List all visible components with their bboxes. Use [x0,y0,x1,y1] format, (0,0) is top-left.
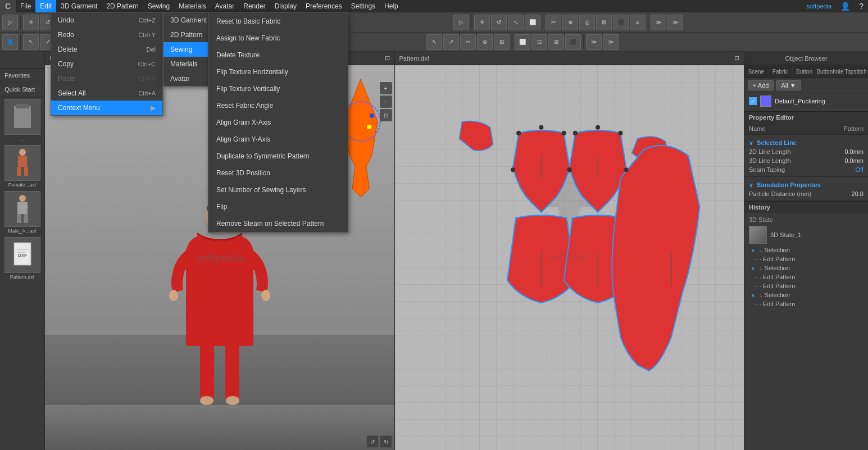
tool-r9[interactable]: ⊞ [596,15,612,30]
tool2-r1[interactable]: ↖ [426,34,442,50]
sewing-duplicate-sym[interactable]: Duplicate to Symmetric Pattern [208,148,348,165]
menu-context-menu[interactable]: Context Menu ▶ [51,101,162,115]
menu-display[interactable]: Display [270,0,301,12]
menu-help[interactable]: Help [380,0,403,12]
vp-bottom-controls: ↺ ↻ [366,435,392,448]
tool2-2[interactable]: ↖ [23,34,39,50]
tool2-r9[interactable]: ⬛ [565,34,581,50]
tool2-1[interactable]: 👤 [2,34,18,50]
tool-r10[interactable]: ⬛ [613,15,629,30]
copy-shortcut: Ctrl+C [138,61,156,67]
thumb-garment[interactable] [4,99,40,135]
menu-paste[interactable]: Paste Ctrl+V [51,71,162,86]
menu-sewing[interactable]: Sewing [143,0,174,12]
menu-render[interactable]: Render [239,0,270,12]
tab-buttonhole[interactable]: Buttonhole [816,65,844,78]
history-group-4[interactable]: ∙ ∙ Edit Pattern [749,272,864,281]
sewing-assign-new-fabric[interactable]: Assign to New Fabric [208,30,348,47]
vc-fit[interactable]: ⊡ [380,109,392,121]
thumb-male-avatar[interactable] [4,191,40,227]
history-fold-3: ∨ [751,292,755,298]
tab-scene[interactable]: Scene [744,65,769,78]
sidebar-item-favorites[interactable]: Favorites [0,69,44,83]
sewing-reset-basic[interactable]: Reset to Basic Fabric [208,13,348,30]
sewing-set-number-layers[interactable]: Set Number of Sewing Layers [208,181,348,198]
menu-undo[interactable]: Undo Ctrl+Z [51,13,162,28]
history-group-7[interactable]: ∙ ∙ Edit Pattern [749,299,864,308]
sewing-reset-angle-label: Reset Fabric Angle [216,102,273,110]
sewing-align-y[interactable]: Align Grain Y-Axis [208,131,348,148]
menu-delete[interactable]: Delete Del [51,42,162,57]
menu-select-all[interactable]: Select All Ctrl+A [51,86,162,101]
tool-select[interactable]: ▷ [2,15,18,30]
help-icon[interactable]: ? [855,0,868,12]
menu-avatar[interactable]: Avatar [211,0,239,12]
sewing-flip[interactable]: Flip [208,198,348,215]
thumb-pattern[interactable]: DXF [4,237,40,273]
tool-move[interactable]: ✛ [23,15,39,30]
tool2-r6[interactable]: ⬜ [515,34,530,50]
tool2-r5[interactable]: ⊞ [494,34,510,50]
tool2-r4[interactable]: ⊕ [477,34,493,50]
tool-r3[interactable]: ↺ [491,15,507,30]
tool2-r3[interactable]: ✂ [460,34,476,50]
tool2-r10[interactable]: ≫ [586,34,602,50]
menu-materials[interactable]: Materials [174,0,211,12]
tool-r4[interactable]: ⤡ [508,15,524,30]
menu-copy[interactable]: Copy Ctrl+C [51,57,162,71]
viewport-2d[interactable]: Pattern.dxf ⊡ [395,52,745,450]
tool-r6[interactable]: ✂ [546,15,561,30]
menu-2d-pattern[interactable]: 2D Pattern [102,0,143,12]
thumb-female-avatar[interactable] [4,145,40,181]
add-button[interactable]: + Add [748,80,774,90]
tab-fabric[interactable]: Fabric [769,65,793,78]
history-group-3[interactable]: ∨ ↓ Selection [749,263,864,272]
vp-undo[interactable]: ↺ [366,435,379,448]
vc-zoom-out[interactable]: − [380,96,392,108]
tool2-r8[interactable]: ⊞ [548,34,564,50]
all-button[interactable]: All ▼ [776,80,801,90]
app-logo[interactable]: C [0,0,16,12]
history-group-6[interactable]: ∨ ↓ Selection [749,290,864,299]
tool2-r2[interactable]: ↗ [443,34,459,50]
user-icon[interactable]: 👤 [836,0,855,12]
vc-zoom-in[interactable]: + [380,82,392,94]
sewing-flip-v[interactable]: Flip Texture Vertically [208,80,348,97]
fabric-item-default[interactable]: ✓ Default_Puckering [744,93,868,109]
tool-r8[interactable]: ◎ [579,15,595,30]
menu-file[interactable]: File [16,0,35,12]
viewport-3d-expand[interactable]: ⊡ [385,54,390,62]
viewport-2d-expand[interactable]: ⊡ [734,54,739,62]
tab-button[interactable]: Button [793,65,817,78]
menu-preferences[interactable]: Preferences [301,0,347,12]
tool-r7[interactable]: ⊕ [562,15,578,30]
menu-settings[interactable]: Settings [347,0,380,12]
sewing-reset-3d-pos[interactable]: Reset 3D Position [208,165,348,181]
tool-r11[interactable]: ≡ [630,15,646,30]
sidebar-item-quickstart[interactable]: Quick Start [0,83,44,97]
sewing-align-x[interactable]: Align Grain X-Axis [208,114,348,131]
tool-r5[interactable]: ⬜ [525,15,540,30]
history-group-1[interactable]: ∨ ↓ Selection [749,246,864,254]
tab-topstitch[interactable]: Topstitch [844,65,868,78]
tool2-r7[interactable]: ⊡ [531,34,547,50]
history-group-2[interactable]: ∙ ∙ Edit Pattern [749,254,864,263]
sewing-flip-h[interactable]: Flip Texture Horizontally [208,63,348,80]
sewing-submenu: Reset to Basic Fabric Assign to New Fabr… [208,12,348,233]
menu-redo[interactable]: Redo Ctrl+Y [51,28,162,42]
fabric-item-checkbox[interactable]: ✓ [749,97,757,105]
tool-r1[interactable]: ▷ [453,15,469,30]
sewing-reset-angle[interactable]: Reset Fabric Angle [208,97,348,114]
sewing-remove-steam[interactable]: Remove Steam on Selected Pattern [208,215,348,232]
sewing-delete-texture[interactable]: Delete Texture [208,47,348,63]
tool-r2[interactable]: ✛ [474,15,490,30]
menu-edit[interactable]: Edit [35,0,56,12]
history-group-5[interactable]: ∙ ∙ Edit Pattern [749,281,864,290]
viewport-controls: + − ⊡ [380,82,392,121]
history-item-3dstate[interactable]: 3D State_1 [749,224,864,246]
menu-3d-garment[interactable]: 3D Garment [56,0,102,12]
tool-r13[interactable]: ≫ [667,15,683,30]
tool2-r11[interactable]: ≫ [603,34,619,50]
vp-redo[interactable]: ↻ [380,435,392,448]
tool-r12[interactable]: ≫ [651,15,666,30]
